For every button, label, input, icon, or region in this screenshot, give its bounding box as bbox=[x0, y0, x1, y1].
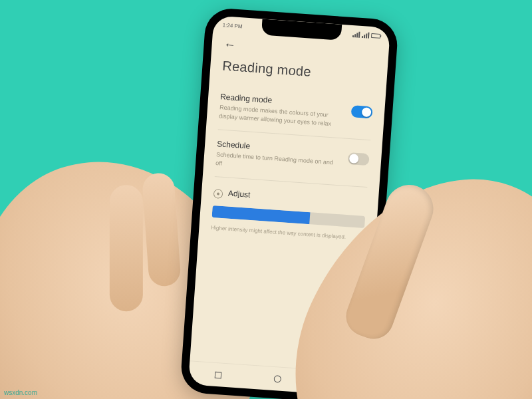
status-time: 1:24 PM bbox=[222, 22, 242, 29]
toggle-knob bbox=[349, 154, 359, 164]
reading-mode-toggle[interactable] bbox=[351, 105, 373, 118]
left-finger bbox=[110, 185, 143, 311]
slider-fill bbox=[212, 205, 311, 224]
nav-recent-icon[interactable] bbox=[215, 371, 222, 378]
signal-icon bbox=[362, 32, 370, 39]
adjust-section: Adjust Higher intensity might affect the… bbox=[211, 177, 368, 247]
intensity-slider[interactable] bbox=[212, 205, 366, 228]
battery-icon bbox=[371, 33, 380, 38]
adjust-label-row: Adjust bbox=[213, 188, 366, 209]
eye-icon bbox=[213, 189, 223, 199]
back-arrow-icon[interactable]: ← bbox=[223, 38, 236, 53]
signal-icon bbox=[352, 31, 360, 38]
toggle-knob bbox=[362, 107, 372, 117]
left-finger bbox=[142, 172, 182, 287]
setting-text: Schedule Schedule time to turn Reading m… bbox=[215, 139, 340, 176]
watermark: wsxdn.com bbox=[4, 389, 37, 396]
adjust-label: Adjust bbox=[228, 189, 251, 200]
schedule-toggle[interactable] bbox=[348, 152, 370, 166]
nav-home-icon[interactable] bbox=[273, 375, 281, 383]
setting-text: Reading mode Reading mode makes the colo… bbox=[219, 92, 344, 128]
status-right bbox=[352, 31, 381, 39]
slider-note: Higher intensity might affect the way co… bbox=[211, 224, 364, 243]
